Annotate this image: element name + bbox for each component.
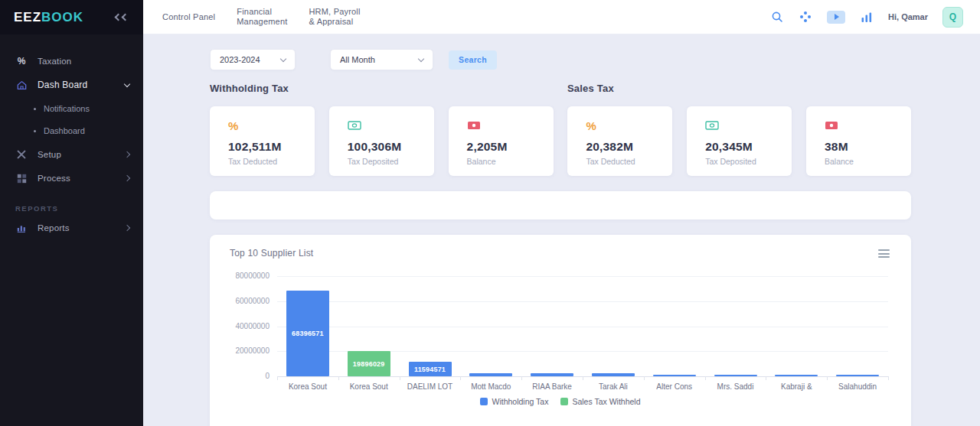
x-tick-label: Kabraji & bbox=[766, 382, 827, 391]
chart-bar[interactable] bbox=[592, 373, 635, 376]
sidebar-collapse-icon[interactable] bbox=[113, 11, 131, 23]
sidebar-item-taxation[interactable]: % Taxation bbox=[0, 50, 143, 72]
chevron-down-icon bbox=[418, 55, 424, 61]
card-value: 20,345M bbox=[705, 140, 781, 154]
month-select[interactable]: All Month bbox=[330, 49, 433, 70]
chart-bar[interactable] bbox=[714, 375, 757, 376]
legend-item[interactable]: Withholding Tax bbox=[480, 397, 548, 406]
header-actions: Hi, Qamar Q bbox=[770, 7, 963, 28]
apps-dots-icon[interactable] bbox=[799, 10, 812, 24]
chart-menu-icon[interactable] bbox=[878, 249, 890, 260]
play-triangle bbox=[835, 14, 839, 20]
percent-icon: % bbox=[228, 119, 304, 132]
card-st-deposited: 20,345M Tax Deposited bbox=[687, 106, 792, 176]
section-titles: Withholding Tax Sales Tax bbox=[210, 83, 911, 98]
year-select[interactable]: 2023-2024 bbox=[210, 49, 296, 70]
sidebar-item-setup[interactable]: Setup bbox=[0, 144, 143, 165]
x-tick-label: Mrs. Saddi bbox=[705, 382, 766, 391]
y-tick-label: 60000000 bbox=[225, 297, 270, 305]
stats-bars-icon[interactable] bbox=[860, 10, 874, 24]
logo-primary: EEZ bbox=[14, 10, 41, 24]
card-value: 20,382M bbox=[586, 140, 662, 154]
chart-bar[interactable]: 11594571 bbox=[409, 362, 452, 376]
sidebar-item-dashboard-group[interactable]: Dash Board bbox=[0, 74, 143, 96]
chevron-down-icon bbox=[124, 80, 130, 86]
chart-legend: Withholding TaxSales Tax Withheld bbox=[210, 397, 911, 406]
bar-chart-icon bbox=[15, 222, 28, 234]
chart-bar[interactable] bbox=[653, 375, 696, 376]
sidebar: EEZBOOK % Taxation Dash Board Notificati… bbox=[0, 0, 143, 426]
x-tick-label: Alter Cons bbox=[644, 382, 705, 391]
stat-cards-row: % 102,511M Tax Deducted 100,306M Tax Dep… bbox=[210, 106, 911, 176]
bullet-icon bbox=[34, 108, 36, 110]
card-wht-balance: 2,205M Balance bbox=[449, 106, 554, 176]
avatar[interactable]: Q bbox=[942, 7, 963, 28]
x-tick-mark bbox=[277, 376, 278, 380]
x-tick-mark bbox=[705, 376, 706, 380]
sidebar-item-label: Reports bbox=[38, 223, 70, 233]
card-label: Balance bbox=[825, 157, 900, 166]
chart-bar[interactable] bbox=[469, 373, 512, 376]
play-button-icon[interactable] bbox=[827, 11, 845, 24]
card-value: 100,306M bbox=[348, 140, 423, 154]
month-select-value: All Month bbox=[340, 55, 375, 64]
search-button[interactable]: Search bbox=[449, 50, 497, 70]
nav-control-panel[interactable]: Control Panel bbox=[162, 12, 215, 22]
tools-icon bbox=[15, 148, 28, 161]
sidebar-item-process[interactable]: Process bbox=[0, 167, 143, 189]
card-label: Tax Deposited bbox=[348, 157, 423, 166]
legend-label: Withholding Tax bbox=[492, 397, 548, 406]
x-tick-mark bbox=[766, 376, 766, 380]
logo-secondary: BOOK bbox=[41, 10, 83, 24]
banknote-outline-icon bbox=[348, 119, 423, 132]
legend-item[interactable]: Sales Tax Withheld bbox=[560, 397, 640, 406]
gridline bbox=[277, 327, 888, 327]
chevron-down-icon bbox=[280, 55, 286, 61]
card-st-deducted: % 20,382M Tax Deducted bbox=[567, 106, 672, 176]
filter-row: 2023-2024 All Month Search bbox=[210, 49, 911, 70]
sidebar-item-notifications[interactable]: Notifications bbox=[0, 98, 143, 119]
legend-label: Sales Tax Withheld bbox=[572, 397, 640, 406]
x-tick-mark bbox=[644, 376, 645, 380]
sidebar-item-dashboard[interactable]: Dashboard bbox=[0, 120, 143, 141]
sidebar-item-label: Taxation bbox=[38, 57, 71, 66]
sidebar-item-reports[interactable]: Reports bbox=[0, 217, 143, 239]
sidebar-item-label: Process bbox=[38, 174, 70, 183]
search-icon[interactable] bbox=[770, 10, 784, 24]
x-tick-mark bbox=[888, 376, 889, 380]
chart-bar[interactable] bbox=[531, 373, 573, 376]
sales-tax-title: Sales Tax bbox=[567, 83, 614, 94]
y-tick-label: 80000000 bbox=[225, 272, 270, 280]
nav-financial-management[interactable]: Financial Management bbox=[237, 7, 287, 27]
bar-value-label: 19896029 bbox=[353, 360, 385, 368]
chart-x-axis: Korea SoutKorea SoutDAELIM LOTMott Macdo… bbox=[277, 382, 888, 393]
card-value: 2,205M bbox=[467, 140, 543, 154]
home-icon bbox=[15, 79, 28, 91]
card-wht-deposited: 100,306M Tax Deposited bbox=[329, 106, 434, 176]
x-tick-label: Tarak Ali bbox=[583, 382, 644, 391]
banknote-solid-icon bbox=[467, 119, 543, 132]
chart-bar[interactable] bbox=[836, 375, 879, 376]
sidebar-subitem-label: Dashboard bbox=[44, 126, 85, 135]
x-tick-mark bbox=[521, 376, 522, 380]
nav-hrm-payroll[interactable]: HRM, Payroll & Appraisal bbox=[309, 7, 360, 27]
card-wht-deducted: % 102,511M Tax Deducted bbox=[210, 106, 315, 176]
chart-bar[interactable] bbox=[775, 375, 818, 376]
x-tick-label: Korea Sout bbox=[277, 382, 338, 391]
chevron-right-icon bbox=[124, 175, 130, 181]
percent-icon: % bbox=[586, 119, 662, 132]
banknote-solid-icon bbox=[825, 119, 900, 132]
y-tick-label: 0 bbox=[225, 372, 270, 380]
chart-bar[interactable]: 68396571 bbox=[286, 291, 329, 376]
sidebar-item-label: Dash Board bbox=[38, 80, 87, 90]
withholding-tax-title: Withholding Tax bbox=[210, 83, 289, 94]
chevron-right-icon bbox=[124, 225, 130, 231]
chevron-right-icon bbox=[124, 151, 130, 158]
card-label: Tax Deposited bbox=[705, 157, 781, 166]
y-tick-label: 20000000 bbox=[225, 346, 270, 355]
banknote-outline-icon bbox=[705, 119, 781, 132]
legend-swatch bbox=[560, 398, 568, 405]
chart-bar[interactable]: 19896029 bbox=[348, 351, 390, 376]
bar-value-label: 11594571 bbox=[414, 366, 446, 373]
sidebar-subitem-label: Notifications bbox=[44, 104, 90, 113]
